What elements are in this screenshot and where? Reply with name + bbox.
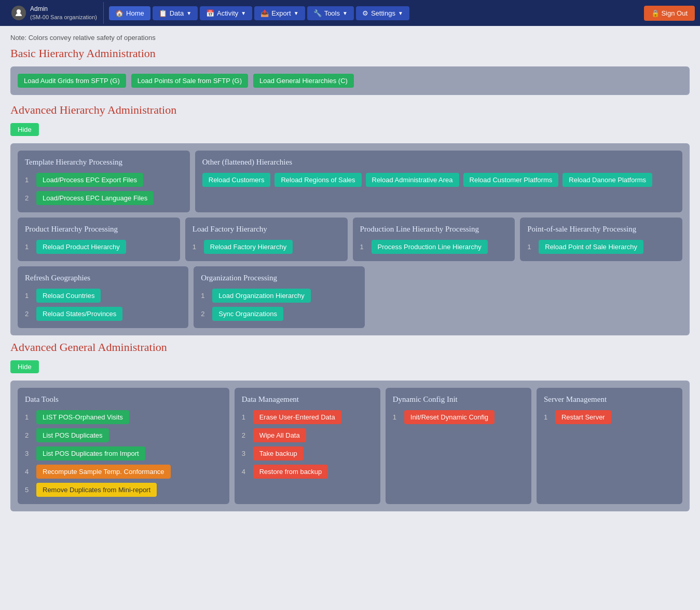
list-item: 1 Reload Point of Sale Hierarchy [527, 240, 675, 254]
list-item: 4 Recompute Sample Temp. Conformance [25, 465, 222, 479]
wrench-icon: 🔧 [313, 9, 322, 17]
reload-product-hierarchy-button[interactable]: Reload Product Hierarchy [36, 240, 126, 254]
production-hierarchy-card: Production Line Hierarchy Processing 1 P… [353, 218, 515, 261]
list-item: 1 LIST POS-Orphaned Visits [25, 410, 222, 424]
factory-hierarchy-card: Load Factory Hierarchy 1 Reload Factory … [185, 218, 348, 261]
production-hierarchy-title: Production Line Hierarchy Processing [360, 225, 508, 234]
svg-point-0 [17, 9, 21, 13]
hide-advanced-general-button[interactable]: Hide [10, 360, 39, 373]
list-item: 2 Load/Process EPC Language Files [25, 191, 183, 205]
other-hierarchies-title: Other (flattened) Hierarchies [202, 158, 675, 167]
reload-customer-platforms-button[interactable]: Reload Customer Platforms [463, 173, 559, 187]
dynamic-config-card: Dynamic Config Init 1 Init/Reset Dynamic… [386, 388, 531, 504]
list-item: 1 Init/Reset Dynamic Config [393, 410, 524, 424]
template-hierarchy-card-title: Template Hierarchy Processing [25, 158, 183, 167]
pos-hierarchy-title: Point-of-sale Hierarchy Processing [527, 225, 675, 234]
product-hierarchy-card: Product Hierarchy Processing 1 Reload Pr… [18, 218, 180, 261]
nav-data[interactable]: 📋 Data ▼ [153, 6, 198, 20]
list-pos-duplicates-button[interactable]: List POS Duplicates [36, 428, 109, 442]
factory-hierarchy-title: Load Factory Hierarchy [193, 225, 340, 234]
list-item: 4 Restore from backup [242, 465, 373, 479]
chevron-down-icon: ▼ [186, 10, 191, 16]
sync-org-button[interactable]: Sync Organizations [212, 307, 283, 321]
reload-states-provinces-button[interactable]: Reload States/Provinces [36, 307, 122, 321]
org-name: (SM-00 Sara organization) [30, 13, 97, 21]
wipe-all-data-button[interactable]: Wipe All Data [253, 428, 306, 442]
data-tools-title: Data Tools [25, 395, 222, 404]
server-management-title: Server Management [544, 395, 675, 404]
note-text: Note: Colors convey relative safety of o… [10, 34, 690, 42]
load-audit-grids-button[interactable]: Load Audit Grids from SFTP (G) [18, 74, 126, 88]
product-hierarchy-title: Product Hierarchy Processing [25, 225, 173, 234]
nav-home[interactable]: 🏠 Home [109, 6, 150, 20]
list-item: 5 Remove Duplicates from Mini-report [25, 483, 222, 497]
advanced-general-section: Data Tools 1 LIST POS-Orphaned Visits 2 … [10, 381, 690, 511]
hide-advanced-hierarchy-button[interactable]: Hide [10, 123, 39, 136]
data-tools-card: Data Tools 1 LIST POS-Orphaned Visits 2 … [18, 388, 229, 504]
reload-admin-area-button[interactable]: Reload Administrative Area [366, 173, 459, 187]
advanced-hierarchy-section: Template Hierarchy Processing 1 Load/Pro… [10, 143, 690, 335]
reload-countries-button[interactable]: Reload Countries [36, 289, 101, 303]
load-general-hierarchies-button[interactable]: Load General Hierarchies (C) [253, 74, 354, 88]
list-item: 1 Process Production Line Hierarchy [360, 240, 508, 254]
advanced-general-title: Advanced General Administration [10, 341, 690, 354]
basic-hierarchy-title: Basic Hierarchy Administration [10, 47, 690, 60]
list-item: 2 Sync Organizations [201, 307, 357, 321]
data-management-card: Data Management 1 Erase User-Entered Dat… [235, 388, 380, 504]
load-points-of-sale-button[interactable]: Load Points of Sale from SFTP (G) [131, 74, 248, 88]
chevron-down-icon-2: ▼ [241, 10, 246, 16]
list-item: 1 Reload Factory Hierarchy [193, 240, 340, 254]
home-icon: 🏠 [115, 9, 123, 17]
upload-icon: 📤 [260, 9, 269, 17]
load-process-epc-export-button[interactable]: Load/Process EPC Export Files [36, 173, 143, 187]
calendar-icon: 📅 [206, 9, 214, 17]
basic-hierarchy-section: Load Audit Grids from SFTP (G) Load Poin… [10, 66, 690, 95]
org-processing-card: Organization Processing 1 Load Organizat… [194, 266, 364, 328]
reload-factory-hierarchy-button[interactable]: Reload Factory Hierarchy [204, 240, 293, 254]
nav-settings[interactable]: ⚙ Settings ▼ [356, 6, 409, 20]
reload-pos-hierarchy-button[interactable]: Reload Point of Sale Hierarchy [539, 240, 643, 254]
advanced-hierarchy-title: Advanced Hierarchy Administration [10, 103, 690, 117]
recompute-sample-temp-button[interactable]: Recompute Sample Temp. Conformance [36, 465, 171, 479]
take-backup-button[interactable]: Take backup [253, 446, 304, 460]
table-icon: 📋 [159, 9, 167, 17]
process-production-line-button[interactable]: Process Production Line Hierarchy [372, 240, 488, 254]
reload-regions-button[interactable]: Reload Regions of Sales [274, 173, 361, 187]
list-item: 3 Take backup [242, 446, 373, 460]
nav-tools[interactable]: 🔧 Tools ▼ [307, 6, 354, 20]
list-item: 1 Reload Product Hierarchy [25, 240, 173, 254]
reload-danone-platforms-button[interactable]: Reload Danone Platforms [562, 173, 652, 187]
load-process-epc-language-button[interactable]: Load/Process EPC Language Files [36, 191, 154, 205]
refresh-geographies-title: Refresh Geographies [25, 274, 181, 282]
refresh-geographies-card: Refresh Geographies 1 Reload Countries 2… [18, 266, 188, 328]
init-reset-dynamic-config-button[interactable]: Init/Reset Dynamic Config [404, 410, 495, 424]
nav-activity[interactable]: 📅 Activity ▼ [200, 6, 252, 20]
brand: Admin (SM-00 Sara organization) [5, 2, 104, 24]
list-item: 2 Reload States/Provinces [25, 307, 181, 321]
avatar [11, 6, 26, 20]
sign-out-button[interactable]: 🔒 Sign Out [644, 6, 695, 21]
admin-name: Admin [30, 5, 97, 13]
list-pos-duplicates-import-button[interactable]: List POS Duplicates from Import [36, 446, 145, 460]
restore-backup-button[interactable]: Restore from backup [253, 465, 328, 479]
lock-icon: 🔒 [651, 9, 660, 17]
list-item: 1 Load Organization Hierarchy [201, 289, 357, 303]
data-management-title: Data Management [242, 395, 373, 404]
org-processing-title: Organization Processing [201, 274, 357, 282]
erase-user-data-button[interactable]: Erase User-Entered Data [253, 410, 341, 424]
chevron-down-icon-4: ▼ [342, 10, 348, 16]
list-item: 1 Erase User-Entered Data [242, 410, 373, 424]
nav-export[interactable]: 📤 Export ▼ [254, 6, 305, 20]
list-item: 1 Load/Process EPC Export Files [25, 173, 183, 187]
reload-customers-button[interactable]: Reload Customers [202, 173, 271, 187]
pos-hierarchy-card: Point-of-sale Hierarchy Processing 1 Rel… [520, 218, 682, 261]
list-item: 1 Restart Server [544, 410, 675, 424]
chevron-down-icon-3: ▼ [294, 10, 299, 16]
remove-duplicates-mini-report-button[interactable]: Remove Duplicates from Mini-report [36, 483, 157, 497]
gear-icon: ⚙ [362, 9, 368, 17]
list-pos-orphaned-button[interactable]: LIST POS-Orphaned Visits [36, 410, 129, 424]
load-org-hierarchy-button[interactable]: Load Organization Hierarchy [212, 289, 310, 303]
template-hierarchy-card: Template Hierarchy Processing 1 Load/Pro… [18, 151, 190, 212]
server-management-card: Server Management 1 Restart Server [537, 388, 682, 504]
restart-server-button[interactable]: Restart Server [555, 410, 611, 424]
